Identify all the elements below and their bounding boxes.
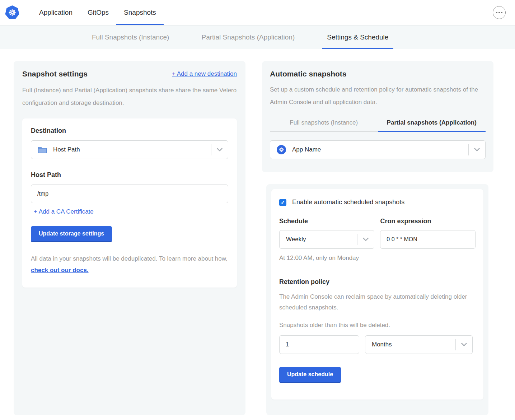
storage-settings-card: Destination Host Path Host Path + Add	[22, 118, 237, 288]
chevron-down-icon	[211, 148, 228, 151]
app-select[interactable]: ☸ App Name	[270, 140, 486, 159]
kubernetes-logo-icon: ☸	[5, 5, 19, 20]
app-select-value: App Name	[292, 146, 321, 153]
host-path-input[interactable]	[31, 185, 228, 203]
retention-unit-value: Months	[372, 341, 392, 348]
snapshot-settings-panel: Snapshot settings + Add a new destinatio…	[14, 61, 245, 415]
tab-partial-snapshots-application[interactable]: Partial snapshots (Application)	[378, 116, 486, 132]
cron-expression-label: Cron expression	[380, 218, 476, 225]
nav-item-application[interactable]: Application	[32, 0, 80, 25]
app-logo[interactable]: ☸	[5, 0, 19, 25]
schedule-panel: Enable automatic scheduled snapshots Sch…	[266, 184, 488, 415]
retention-policy-title: Retention policy	[279, 278, 476, 286]
chevron-down-icon	[357, 238, 374, 241]
tab-full-snapshots[interactable]: Full Snapshots (Instance)	[87, 25, 174, 49]
app-kubernetes-icon: ☸	[277, 145, 286, 154]
primary-nav: Application GitOps Snapshots	[32, 0, 164, 25]
schedule-interval-value: Weekly	[286, 236, 306, 243]
top-nav: ☸ Application GitOps Snapshots	[0, 0, 515, 25]
update-schedule-button[interactable]: Update schedule	[279, 367, 341, 383]
enable-snapshots-label[interactable]: Enable automatic scheduled snapshots	[292, 199, 404, 206]
folder-icon	[38, 146, 47, 154]
add-ca-certificate-link[interactable]: + Add a CA Certificate	[34, 208, 94, 215]
automatic-snapshots-panel: Automatic snapshots Set up a custom sche…	[262, 61, 493, 172]
tab-partial-snapshots[interactable]: Partial Snapshots (Application)	[196, 25, 300, 49]
add-new-destination-link[interactable]: + Add a new destination	[172, 70, 237, 78]
automatic-snapshots-description: Set up a custom schedule and retention p…	[270, 83, 486, 108]
overflow-menu-button[interactable]	[493, 6, 506, 19]
cron-human-readable: At 12:00 AM, only on Monday	[279, 255, 476, 262]
tab-settings-schedule[interactable]: Settings & Schedule	[322, 25, 393, 49]
retention-value-input[interactable]	[279, 335, 359, 354]
snapshot-settings-title: Snapshot settings	[22, 70, 88, 78]
dedup-note: All data in your snapshots will be dedup…	[31, 253, 228, 276]
snapshot-settings-description: Full (Instance) and Partial (Application…	[22, 84, 237, 109]
schedule-label: Schedule	[279, 218, 375, 225]
automatic-snapshots-tabs: Full snapshots (Instance) Partial snapsh…	[270, 116, 486, 132]
chevron-down-icon	[456, 343, 472, 346]
retention-hint: Snapshots older than this will be delete…	[279, 322, 476, 329]
update-storage-settings-button[interactable]: Update storage settings	[31, 226, 112, 242]
svg-text:☸: ☸	[8, 8, 16, 18]
destination-select[interactable]: Host Path	[31, 140, 228, 159]
tab-full-snapshots-instance[interactable]: Full snapshots (Instance)	[270, 116, 378, 132]
ellipsis-icon	[496, 12, 497, 13]
chevron-down-icon	[469, 148, 485, 151]
docs-link[interactable]: check out our docs.	[31, 267, 89, 274]
enable-snapshots-checkbox[interactable]	[279, 199, 286, 206]
retention-policy-description: The Admin Console can reclaim space by a…	[279, 291, 473, 313]
destination-label: Destination	[31, 127, 228, 135]
snapshots-subnav: Full Snapshots (Instance) Partial Snapsh…	[0, 25, 515, 49]
nav-item-snapshots[interactable]: Snapshots	[116, 0, 164, 25]
schedule-interval-select[interactable]: Weekly	[279, 230, 374, 249]
right-column: Automatic snapshots Set up a custom sche…	[262, 61, 493, 415]
automatic-snapshots-title: Automatic snapshots	[270, 70, 486, 78]
schedule-card: Enable automatic scheduled snapshots Sch…	[271, 189, 483, 400]
content: Snapshot settings + Add a new destinatio…	[0, 49, 515, 415]
retention-unit-select[interactable]: Months	[365, 335, 473, 354]
nav-item-gitops[interactable]: GitOps	[80, 0, 116, 25]
destination-select-value: Host Path	[53, 146, 80, 153]
cron-expression-input[interactable]	[380, 230, 476, 249]
host-path-label: Host Path	[31, 171, 228, 179]
